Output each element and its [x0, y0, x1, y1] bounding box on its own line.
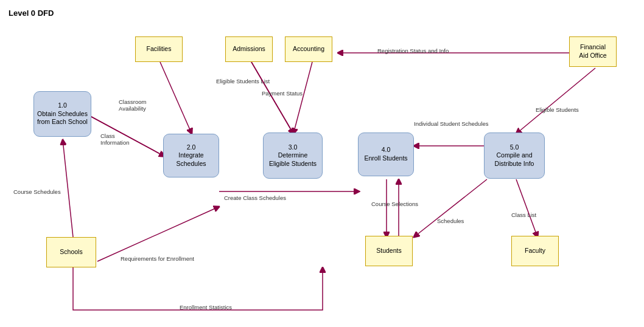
- label-class-information: Class Information: [100, 133, 130, 146]
- label-individual-student-schedules: Individual Student Schedules: [414, 120, 489, 127]
- label-eligible-students: Eligible Students: [536, 106, 579, 113]
- label-enrollment-statistics: Enrollment Statistics: [180, 304, 232, 311]
- accounting-entity: Accounting: [285, 36, 332, 62]
- label-course-schedules: Course Schedules: [13, 188, 61, 195]
- label-create-class-schedules: Create Class Schedules: [224, 194, 286, 201]
- diagram-title: Level 0 DFD: [9, 9, 54, 18]
- process-5: 5.0 Compile and Distribute Info: [484, 133, 545, 179]
- process-2: 2.0 Integrate Schedules: [163, 134, 219, 177]
- label-schedules: Schedules: [437, 218, 464, 224]
- label-eligible-students-list: Eligible Students List: [216, 78, 270, 84]
- diagram-container: Level 0 DFD: [0, 0, 644, 327]
- label-payment-status: Payment Status: [262, 90, 303, 97]
- label-class-list: Class List: [511, 212, 536, 218]
- facilities-entity: Facilities: [135, 36, 183, 62]
- faculty-entity: Faculty: [511, 236, 559, 266]
- schools-entity: Schools: [46, 237, 96, 267]
- admissions-entity: Admissions: [225, 36, 273, 62]
- students-entity: Students: [365, 236, 413, 266]
- process-3: 3.0 Determine Eligible Students: [263, 133, 323, 179]
- process-4: 4.0 Enroll Students: [358, 133, 414, 176]
- process-1: 1.0 Obtain Schedules from Each School: [33, 91, 91, 137]
- label-course-selections: Course Selections: [371, 201, 418, 207]
- label-classroom-availability: Classroom Availability: [119, 98, 146, 112]
- financial-aid-entity: Financial Aid Office: [569, 36, 617, 67]
- label-registration-status: Registration Status and Info: [377, 47, 449, 54]
- label-requirements-for-enrollment: Requirements for Enrollment: [121, 255, 194, 262]
